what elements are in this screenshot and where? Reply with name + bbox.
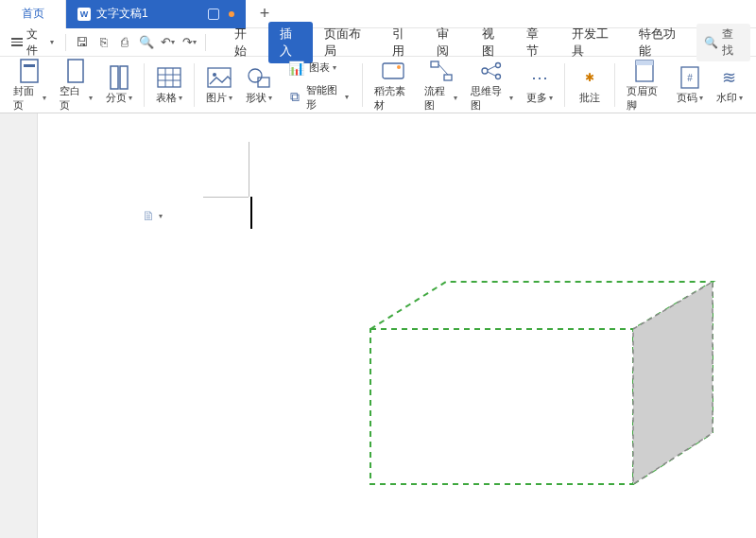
chevron-down-icon: ▾ [43, 94, 46, 102]
ribbon-cover-button[interactable]: 封面页▾ [8, 56, 52, 114]
chevron-down-icon: ▾ [454, 94, 457, 102]
svg-rect-0 [21, 60, 38, 82]
ribbon-annotate-button[interactable]: ✱ 批注 [571, 62, 609, 107]
svg-text:#: # [687, 73, 693, 83]
chevron-down-icon: ▾ [699, 94, 703, 102]
unsaved-dot-icon [229, 11, 234, 17]
qat-redo-button[interactable]: ↷▾ [180, 32, 199, 53]
separator [205, 34, 206, 51]
monitor-icon [208, 9, 219, 20]
ribbon-headerfooter-label: 页眉页脚 [627, 84, 663, 113]
chevron-down-icon: ▾ [549, 94, 553, 102]
ribbon-blankpage-button[interactable]: 空白页▾ [54, 56, 98, 114]
output-icon: ⎘ [100, 35, 108, 49]
ribbon-picture-button[interactable]: 图片▾ [200, 62, 238, 107]
undo-icon: ↶ [161, 35, 171, 49]
ribbon-more-button[interactable]: ⋯ 更多▾ [521, 62, 558, 107]
page-icon: 🗎 [142, 208, 155, 223]
ribbon-tab-section[interactable]: 章节 [515, 22, 560, 63]
flowchart-icon [428, 58, 455, 84]
separator [362, 63, 363, 107]
ribbon-flowchart-button[interactable]: 流程图▾ [419, 56, 463, 114]
chevron-down-icon: ▾ [129, 94, 132, 102]
blank-page-icon [62, 58, 89, 84]
tab-document-title: 文字文稿1 [96, 6, 148, 22]
redo-icon: ↷ [182, 35, 193, 49]
ribbon-watermark-button[interactable]: ≋ 水印▾ [711, 62, 748, 107]
ribbon-smartart-button[interactable]: ⧉ 智能图形 ▾ [284, 81, 352, 113]
annotate-icon: ✱ [576, 64, 603, 91]
ribbon-flowchart-label: 流程图 [424, 84, 452, 113]
document-page[interactable]: 🗎 ▾ [38, 113, 756, 538]
ribbon-smartart-label: 智能图形 [306, 83, 342, 112]
file-menu-label: 文件 [26, 26, 46, 59]
ribbon-chart-button[interactable]: 📊 图表 ▾ [284, 57, 352, 79]
separator [564, 63, 565, 107]
svg-rect-25 [636, 61, 653, 65]
ribbon-pagenum-label: 页码 [677, 91, 697, 105]
ribbon-insert: 封面页▾ 空白页▾ 分页▾ 表格▾ 图片▾ 形状▾ 📊 图表 ▾ ⧉ 智能图形 … [0, 57, 756, 113]
separator [614, 63, 615, 107]
svg-rect-2 [68, 60, 83, 82]
chart-icon: 📊 [287, 59, 306, 78]
ribbon-pagebreak-label: 分页 [106, 91, 127, 105]
ribbon-pagenum-button[interactable]: # 页码▾ [671, 62, 709, 107]
tab-document[interactable]: W 文字文稿1 [66, 0, 246, 28]
svg-marker-29 [633, 282, 713, 484]
svg-line-18 [438, 64, 448, 75]
chevron-down-icon: ▾ [345, 93, 349, 101]
shape-icon [246, 64, 272, 91]
ribbon-tab-devtools[interactable]: 开发工具 [560, 22, 627, 63]
menu-quickaccess-bar: 文件 ▾ 🖫 ⎘ ⎙ 🔍 ↶▾ ↷▾ 开始 插入 页面布局 引用 审阅 视图 章… [0, 28, 756, 57]
smartart-icon: ⧉ [287, 88, 303, 107]
search-button[interactable]: 🔍 查找 [696, 24, 750, 61]
ribbon-blankpage-label: 空白页 [60, 84, 87, 113]
svg-point-12 [249, 69, 262, 82]
ribbon-material-button[interactable]: 稻壳素材 [369, 56, 417, 114]
separator [144, 63, 145, 107]
qat-print-button[interactable]: ⎙ [115, 32, 135, 53]
qat-output-button[interactable]: ⎘ [94, 32, 113, 53]
ribbon-cover-label: 封面页 [13, 84, 41, 113]
ribbon-more-label: 更多 [526, 91, 547, 105]
svg-point-19 [482, 68, 488, 74]
svg-line-23 [488, 72, 495, 76]
search-icon: 🔍 [704, 36, 718, 49]
chevron-down-icon: ▾ [268, 94, 272, 102]
chevron-down-icon: ▾ [739, 94, 743, 102]
ribbon-shape-label: 形状 [246, 91, 266, 105]
chevron-down-icon: ▾ [89, 94, 93, 102]
ribbon-table-label: 表格 [156, 91, 177, 105]
qat-undo-button[interactable]: ↶▾ [159, 32, 179, 53]
svg-marker-28 [370, 329, 633, 484]
svg-rect-1 [24, 64, 35, 67]
svg-point-15 [397, 65, 401, 69]
watermark-icon: ≋ [716, 64, 743, 91]
cover-page-icon [16, 58, 43, 84]
preview-icon: 🔍 [139, 35, 154, 49]
picture-icon [206, 64, 232, 91]
ribbon-shape-button[interactable]: 形状▾ [240, 62, 278, 107]
ribbon-mindmap-label: 思维导图 [471, 84, 507, 113]
separator [65, 34, 66, 51]
shape-cuboid-dashed[interactable] [363, 274, 722, 492]
qat-save-button[interactable]: 🖫 [72, 32, 92, 53]
mindmap-icon [478, 58, 505, 84]
headerfooter-icon [631, 58, 658, 84]
ribbon-pagebreak-button[interactable]: 分页▾ [100, 62, 138, 107]
chevron-down-icon: ▾ [50, 38, 54, 46]
ribbon-material-label: 稻壳素材 [374, 84, 411, 113]
ribbon-picture-label: 图片 [206, 91, 227, 105]
ribbon-table-button[interactable]: 表格▾ [150, 62, 188, 107]
save-icon: 🖫 [76, 35, 88, 49]
ribbon-mindmap-button[interactable]: 思维导图▾ [465, 56, 519, 114]
qat-preview-button[interactable]: 🔍 [137, 32, 157, 53]
chevron-down-icon: ▾ [509, 94, 513, 102]
floating-insert-indicator[interactable]: 🗎 ▾ [142, 208, 163, 223]
ribbon-headerfooter-button[interactable]: 页眉页脚 [621, 56, 669, 114]
svg-rect-3 [111, 66, 118, 89]
svg-rect-5 [158, 68, 180, 87]
word-doc-icon: W [77, 8, 91, 21]
material-icon [380, 58, 406, 84]
chevron-down-icon: ▾ [333, 63, 336, 72]
